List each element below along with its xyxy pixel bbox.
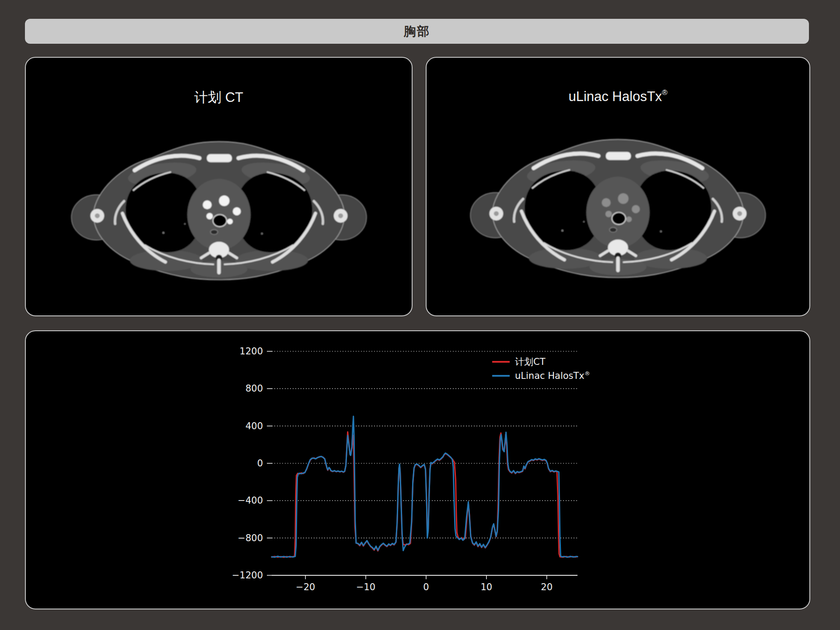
planning-ct-title: 计划 CT xyxy=(26,88,412,107)
ulinac-ct-image-wrap xyxy=(427,109,809,304)
region-title-bar: 胸部 xyxy=(25,19,809,44)
y-tick-label: −1200 xyxy=(232,570,263,581)
ulinac-ct-title: uLinac HalosTx® xyxy=(427,88,809,105)
x-tick-label: 0 xyxy=(423,582,429,592)
ulinac-ct-panel: uLinac HalosTx® xyxy=(426,57,810,316)
hu-profile-chart-panel: 12008004000−400−800−1200−20−1001020计划CTu… xyxy=(25,330,810,609)
planning-ct-title-text: 计划 CT xyxy=(194,90,243,105)
profile-chart: 12008004000−400−800−1200−20−1001020计划CTu… xyxy=(26,331,810,609)
x-tick-label: −10 xyxy=(356,582,375,592)
y-tick-label: 1200 xyxy=(240,346,263,357)
legend-label-0: 计划CT xyxy=(515,357,546,367)
series-line-0 xyxy=(272,432,578,557)
ct-image-ulinac xyxy=(464,109,772,304)
ulinac-ct-title-text: uLinac HalosTx xyxy=(568,89,662,104)
y-tick-label: 0 xyxy=(257,458,263,469)
registered-mark: ® xyxy=(662,88,668,97)
x-tick-label: 20 xyxy=(541,582,553,592)
page: 胸部 计划 CT uLinac HalosTx® 12008004000−400… xyxy=(0,0,840,630)
series-line-1 xyxy=(272,416,578,557)
y-tick-label: −800 xyxy=(238,533,263,543)
y-tick-label: 400 xyxy=(245,421,263,431)
x-tick-label: −20 xyxy=(296,582,315,592)
page-title: 胸部 xyxy=(404,23,430,40)
planning-ct-panel: 计划 CT xyxy=(25,57,413,316)
ct-image-planning xyxy=(65,111,373,306)
planning-ct-image-wrap xyxy=(26,111,412,306)
y-tick-label: −400 xyxy=(238,495,263,506)
legend-label-1: uLinac HalosTx® xyxy=(515,370,590,381)
y-tick-label: 800 xyxy=(245,383,263,394)
x-tick-label: 10 xyxy=(480,582,492,592)
